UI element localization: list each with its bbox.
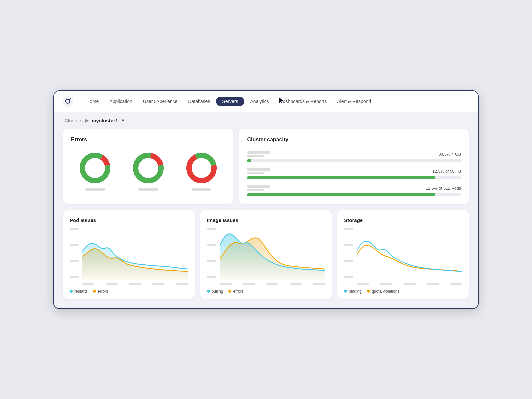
- y-label: [344, 276, 353, 278]
- storage-legend-binding: binding: [344, 289, 362, 294]
- y-label: [207, 260, 216, 262]
- x-label: [290, 283, 302, 285]
- image-issues-title: Image Issues: [207, 217, 325, 223]
- pod-legend-restarts: restarts: [70, 289, 88, 294]
- y-label: [70, 260, 79, 262]
- breadcrumb-parent[interactable]: Clusters: [65, 118, 83, 123]
- y-label: [207, 276, 216, 278]
- y-label: [70, 276, 79, 278]
- nav-item-user-experience[interactable]: User Experience: [138, 97, 182, 106]
- nav-item-dashboards[interactable]: Dashboards & Reports: [275, 97, 332, 106]
- capacity-rows: 0.05% 4 GB 12.5% of 50: [247, 149, 461, 196]
- errors-charts: [71, 149, 225, 196]
- cap-row-0: 0.05% 4 GB: [247, 151, 461, 162]
- pod-issues-title: Pod Issues: [70, 217, 188, 223]
- y-label: [70, 228, 79, 230]
- x-label: [106, 283, 118, 285]
- app-frame: Home Application User Experience Databas…: [53, 90, 479, 309]
- x-label: [380, 283, 392, 285]
- donut-2-label: [138, 188, 158, 191]
- nav-menu: Home Application User Experience Databas…: [82, 97, 376, 106]
- cap-value-2: 12.5% of 512 Pods: [426, 186, 461, 191]
- x-label: [266, 283, 278, 285]
- x-labels-pod: [82, 283, 188, 285]
- breadcrumb-current: mycluster1: [92, 118, 118, 123]
- x-label: [404, 283, 416, 285]
- errors-card: Errors: [63, 129, 233, 204]
- breadcrumb-separator: ▶: [85, 118, 89, 123]
- donut-1-label: [85, 188, 105, 191]
- x-label: [82, 283, 94, 285]
- storage-legend-label-binding: binding: [349, 289, 362, 294]
- image-legend-dot-errors: [228, 290, 231, 293]
- y-label: [344, 228, 353, 230]
- image-legend-label-pulling: pulling: [212, 289, 223, 294]
- x-label: [427, 283, 439, 285]
- cap-bar-fill-0: [247, 159, 251, 162]
- cap-row-1: 12.5% of 50 TB: [247, 168, 461, 179]
- x-labels-image: [220, 283, 325, 285]
- storage-legend-label-quota: quota violetions: [372, 289, 399, 294]
- storage-legend: binding quota violetions: [344, 289, 462, 294]
- donut-3-label: [192, 188, 211, 191]
- y-label: [70, 244, 79, 246]
- errors-title: Errors: [71, 137, 225, 143]
- donut-3: [185, 151, 218, 191]
- storage-legend-dot-quota: [367, 290, 370, 293]
- y-label: [207, 228, 216, 230]
- cap-bar-bg-0: [247, 159, 461, 162]
- image-legend-label-errors: errors: [233, 289, 243, 294]
- nav-item-application[interactable]: Application: [105, 97, 137, 106]
- capacity-title: Cluster capacity: [247, 137, 461, 143]
- donut-chart-1: [78, 151, 112, 185]
- nav-item-alert[interactable]: Alert & Respond: [332, 97, 376, 106]
- x-label: [313, 283, 325, 285]
- storage-card: Storage: [337, 210, 469, 299]
- breadcrumb: Clusters ▶ mycluster1 ▼: [54, 112, 478, 126]
- pod-legend-dot-errors: [93, 290, 96, 293]
- breadcrumb-dropdown-icon[interactable]: ▼: [121, 118, 125, 123]
- x-label: [243, 283, 255, 285]
- nav-item-databases[interactable]: Databases: [183, 97, 215, 106]
- main-content: Errors: [54, 126, 478, 308]
- pod-legend-label-errors: errors: [98, 289, 108, 294]
- x-labels-storage: [357, 283, 462, 285]
- image-issues-card: Image Issues: [200, 210, 332, 299]
- cap-value-1: 12.5% of 50 TB: [432, 169, 461, 174]
- pod-legend-label-restarts: restarts: [74, 289, 88, 294]
- pod-issues-card: Pod Issues: [63, 210, 195, 299]
- cap-bar-fill-1: [247, 176, 435, 179]
- nav-item-home[interactable]: Home: [82, 97, 103, 106]
- x-label: [129, 283, 141, 285]
- x-label: [450, 283, 462, 285]
- nav-item-servers[interactable]: Servers: [216, 97, 244, 106]
- top-row: Errors: [63, 129, 469, 204]
- x-label: [152, 283, 164, 285]
- image-legend-errors: errors: [228, 289, 243, 294]
- nav-item-analytics[interactable]: Analytics: [246, 97, 274, 106]
- pod-legend-dot-restarts: [70, 290, 73, 293]
- cap-bar-fill-2: [247, 193, 435, 196]
- donut-chart-3: [185, 151, 218, 185]
- app-logo: [62, 95, 74, 107]
- donut-chart-2: [132, 151, 165, 185]
- donut-1: [78, 151, 112, 191]
- x-label: [357, 283, 369, 285]
- cap-bar-bg-2: [247, 193, 461, 196]
- storage-legend-quota: quota violetions: [367, 289, 399, 294]
- pod-issues-chart: [82, 226, 188, 280]
- x-label: [220, 283, 232, 285]
- cap-bar-bg-1: [247, 176, 461, 179]
- svg-point-0: [63, 96, 73, 107]
- storage-legend-dot-binding: [344, 290, 347, 293]
- image-legend-pulling: pulling: [207, 289, 223, 294]
- image-legend-dot-pulling: [207, 290, 210, 293]
- image-issues-legend: pulling errors: [207, 289, 325, 294]
- y-label: [207, 244, 216, 246]
- image-issues-chart: [220, 226, 325, 280]
- cap-value-0: 0.05% 4 GB: [439, 152, 461, 157]
- storage-chart: [357, 226, 462, 280]
- storage-title: Storage: [344, 217, 462, 223]
- y-label: [344, 244, 353, 246]
- pod-legend-errors: errors: [93, 289, 108, 294]
